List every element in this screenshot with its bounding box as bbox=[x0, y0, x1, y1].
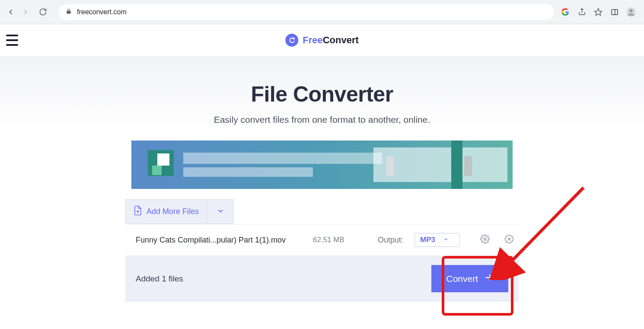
google-icon[interactable] bbox=[559, 6, 571, 18]
browser-toolbar: freeconvert.com bbox=[0, 0, 644, 24]
site-logo[interactable]: FreeConvert bbox=[285, 34, 359, 47]
panel-icon[interactable] bbox=[609, 6, 621, 18]
share-icon[interactable] bbox=[576, 6, 588, 18]
gear-icon bbox=[480, 234, 490, 246]
address-bar[interactable]: freeconvert.com bbox=[59, 4, 554, 20]
profile-icon[interactable] bbox=[625, 6, 637, 18]
chevron-down-icon bbox=[443, 236, 449, 244]
site-header: FreeConvert bbox=[0, 24, 644, 57]
back-button[interactable] bbox=[3, 5, 18, 19]
file-row: Funny Cats Compilati...pular) Part 1(1).… bbox=[125, 224, 519, 256]
ad-banner[interactable] bbox=[131, 141, 513, 189]
lock-icon bbox=[66, 8, 72, 16]
add-more-files-dropdown[interactable] bbox=[207, 199, 234, 224]
star-icon[interactable] bbox=[592, 6, 604, 18]
page-subtitle: Easily convert files from one format to … bbox=[125, 115, 519, 125]
logo-badge-icon bbox=[285, 34, 298, 47]
output-label: Output: bbox=[378, 236, 403, 245]
file-size: 62.51 MB bbox=[313, 236, 360, 244]
close-circle-icon bbox=[504, 234, 514, 246]
add-more-files-button[interactable]: Add More Files bbox=[125, 199, 207, 224]
svg-marker-0 bbox=[595, 8, 602, 15]
converter-panel: Add More Files Funny Cats Compilati...pu… bbox=[125, 199, 519, 302]
menu-button[interactable] bbox=[6, 33, 20, 47]
settings-button[interactable] bbox=[480, 234, 490, 246]
page-title: File Converter bbox=[125, 82, 519, 107]
output-format-value: MP3 bbox=[420, 236, 435, 244]
svg-point-4 bbox=[629, 9, 633, 13]
url-text: freeconvert.com bbox=[77, 8, 127, 16]
convert-button[interactable]: Convert bbox=[431, 265, 508, 292]
output-format-select[interactable]: MP3 bbox=[414, 233, 459, 247]
svg-point-7 bbox=[484, 238, 486, 240]
file-plus-icon bbox=[134, 206, 142, 217]
main-content: File Converter Easily convert files from… bbox=[125, 82, 519, 189]
arrow-right-icon bbox=[484, 273, 494, 284]
forward-button[interactable] bbox=[18, 5, 33, 19]
logo-text: FreeConvert bbox=[303, 35, 359, 46]
files-count-text: Added 1 files bbox=[136, 274, 183, 284]
browser-right-icons bbox=[559, 6, 641, 18]
remove-file-button[interactable] bbox=[504, 234, 514, 246]
reload-button[interactable] bbox=[35, 5, 50, 19]
panel-footer: Added 1 files Convert bbox=[125, 256, 519, 302]
chevron-down-icon bbox=[217, 207, 224, 217]
convert-label: Convert bbox=[446, 274, 478, 284]
file-name: Funny Cats Compilati...pular) Part 1(1).… bbox=[136, 236, 304, 245]
add-more-files-label: Add More Files bbox=[147, 207, 199, 216]
